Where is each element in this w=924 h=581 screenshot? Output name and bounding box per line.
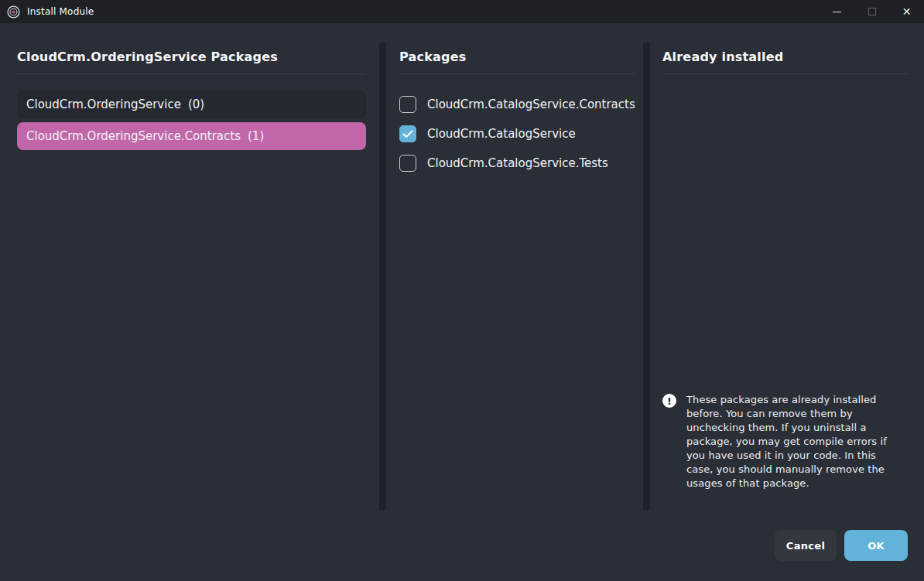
info-exclamation-icon: ! xyxy=(662,394,676,408)
package-label: CloudCrm.CatalogService.Tests xyxy=(427,156,608,170)
column-splitter-left[interactable] xyxy=(379,43,386,510)
ok-button[interactable]: OK xyxy=(844,530,908,561)
module-list-item-orderingservice-contracts[interactable]: CloudCrm.OrderingService.Contracts (1) xyxy=(17,122,366,150)
package-row-catalogservice-contracts[interactable]: CloudCrm.CatalogService.Contracts xyxy=(399,90,636,119)
modules-column: CloudCrm.OrderingService Packages CloudC… xyxy=(17,50,366,150)
maximize-button[interactable] xyxy=(854,0,889,23)
window-title: Install Module xyxy=(27,6,94,17)
package-label: CloudCrm.CatalogService.Contracts xyxy=(427,97,635,111)
already-installed-note: ! These packages are already installed b… xyxy=(662,393,907,490)
packages-header-divider xyxy=(399,73,636,74)
checkbox-unchecked-icon[interactable] xyxy=(399,96,416,113)
minimize-icon xyxy=(833,12,841,12)
modules-column-header: CloudCrm.OrderingService Packages xyxy=(17,50,366,64)
already-installed-header-divider xyxy=(662,73,909,74)
close-icon: ✕ xyxy=(902,6,912,17)
package-list: CloudCrm.CatalogService.Contracts CloudC… xyxy=(399,90,636,178)
module-item-label: CloudCrm.OrderingService.Contracts xyxy=(26,129,241,143)
module-item-count: (0) xyxy=(188,97,204,111)
modules-header-divider xyxy=(17,73,366,74)
already-installed-note-text: These packages are already installed bef… xyxy=(686,393,897,490)
module-list-item-orderingservice[interactable]: CloudCrm.OrderingService (0) xyxy=(17,91,366,118)
cancel-button[interactable]: Cancel xyxy=(775,530,837,561)
checkmark-icon xyxy=(402,130,413,138)
packages-column-header: Packages xyxy=(399,50,636,64)
install-module-dialog: Install Module ✕ CloudCrm.OrderingServic… xyxy=(0,0,924,581)
module-list: CloudCrm.OrderingService (0) CloudCrm.Or… xyxy=(17,91,366,150)
package-label: CloudCrm.CatalogService xyxy=(427,127,576,141)
titlebar: Install Module ✕ xyxy=(0,0,924,23)
already-installed-column: Already installed xyxy=(662,50,909,74)
column-splitter-right[interactable] xyxy=(643,43,650,510)
packages-column: Packages CloudCrm.CatalogService.Contrac… xyxy=(399,50,636,178)
module-item-count: (1) xyxy=(248,129,264,143)
checkbox-unchecked-icon[interactable] xyxy=(399,155,416,172)
app-logo-icon xyxy=(7,5,20,19)
checkbox-checked-icon[interactable] xyxy=(399,125,416,142)
close-button[interactable]: ✕ xyxy=(889,0,924,23)
maximize-icon xyxy=(868,8,876,15)
package-row-catalogservice[interactable]: CloudCrm.CatalogService xyxy=(399,119,636,149)
package-row-catalogservice-tests[interactable]: CloudCrm.CatalogService.Tests xyxy=(399,149,636,178)
module-item-label: CloudCrm.OrderingService xyxy=(26,97,181,111)
minimize-button[interactable] xyxy=(820,0,854,23)
already-installed-header: Already installed xyxy=(662,50,909,64)
